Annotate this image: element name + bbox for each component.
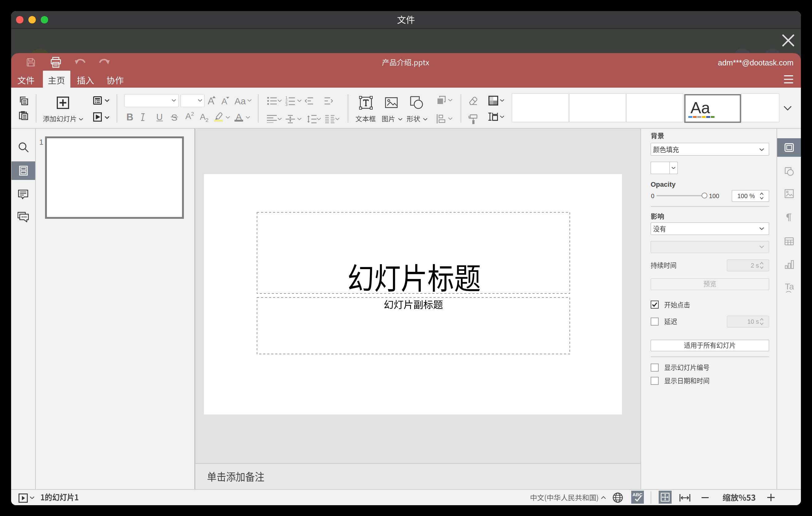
svg-text:3: 3 [285,103,288,106]
svg-text:Ta: Ta [785,283,794,291]
